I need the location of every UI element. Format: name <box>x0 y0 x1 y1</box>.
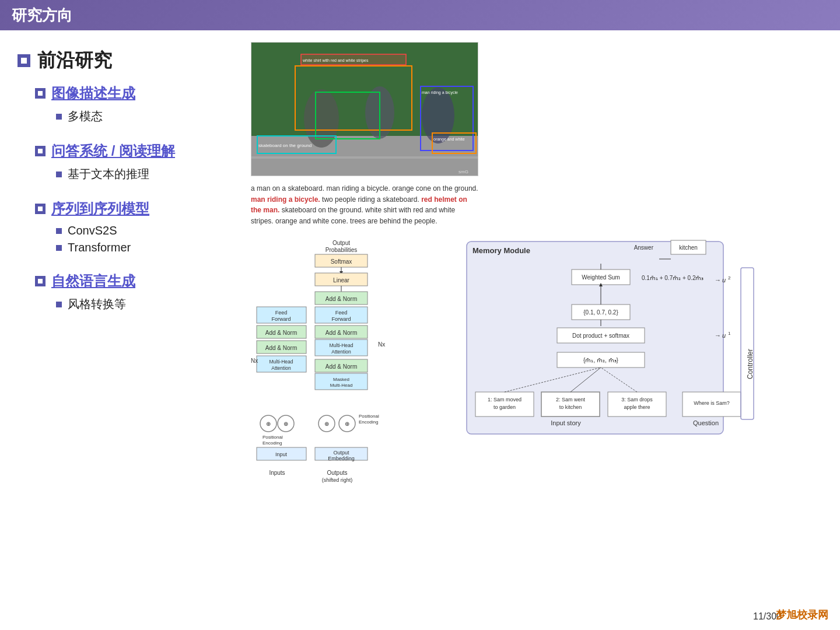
section-2-title: 问答系统 / 阅读理解 <box>51 142 175 160</box>
memory-svg: Memory Module kitchen Answer → u 2 Weigh… <box>455 236 782 481</box>
section-4-subitem-1: 风格转换等 <box>56 296 239 312</box>
svg-text:⊕: ⊕ <box>284 421 288 427</box>
svg-text:Inputs: Inputs <box>269 470 285 476</box>
svg-text:white shirt with red and white: white shirt with red and white stripes <box>302 58 369 63</box>
section-3-subitem-1: ConvS2S <box>56 224 239 237</box>
svg-point-5 <box>422 88 454 144</box>
memory-module-label: Memory Module <box>473 246 530 255</box>
svg-text:Forward: Forward <box>331 316 351 322</box>
section-3-subitem-2: Transformer <box>56 241 239 254</box>
svg-text:→: → <box>715 332 721 339</box>
section-image-caption: 图像描述生成 多模态 <box>35 84 239 124</box>
section-1-checkbox <box>35 88 46 99</box>
section-4-title: 自然语言生成 <box>51 272 135 290</box>
svg-text:Add & Norm: Add & Norm <box>326 296 357 302</box>
svg-text:{m̄₁, m̄₂, m̄₃}: {m̄₁, m̄₂, m̄₃} <box>583 357 618 363</box>
section-nlg: 自然语言生成 风格转换等 <box>35 272 239 312</box>
section-2-header: 问答系统 / 阅读理解 <box>35 142 239 160</box>
svg-text:smG: smG <box>459 169 468 174</box>
svg-text:Multi-Head: Multi-Head <box>329 342 353 348</box>
svg-text:2: Sam went: 2: Sam went <box>556 397 586 402</box>
svg-text:Linear: Linear <box>333 277 349 284</box>
svg-text:Attention: Attention <box>331 349 351 355</box>
svg-text:to garden: to garden <box>494 404 516 410</box>
section-2-checkbox <box>35 146 46 156</box>
section-4-checkbox <box>35 276 46 286</box>
svg-text:Input story: Input story <box>551 419 581 426</box>
svg-text:orange and white: orange and white <box>433 137 465 142</box>
bullet-icon <box>56 302 62 307</box>
svg-text:Output: Output <box>332 240 350 246</box>
svg-text:Softmax: Softmax <box>331 258 352 265</box>
svg-text:kitchen: kitchen <box>679 244 698 251</box>
main-title: 前沿研究 <box>37 48 112 74</box>
svg-text:3: Sam drops: 3: Sam drops <box>621 397 653 402</box>
svg-text:apple there: apple there <box>624 404 650 410</box>
svg-text:{0.1, 0.7, 0.2}: {0.1, 0.7, 0.2} <box>583 309 618 316</box>
svg-text:Attention: Attention <box>271 365 291 371</box>
header: 研究方向 <box>0 0 840 30</box>
svg-text:2: 2 <box>728 275 731 281</box>
image-caption: a man on a skateboard. man riding a bicy… <box>251 183 478 226</box>
svg-text:Controller: Controller <box>746 349 754 379</box>
right-column: white shirt with red and white stripes m… <box>251 42 822 618</box>
svg-text:Answer: Answer <box>634 244 654 251</box>
svg-text:Output: Output <box>333 450 349 456</box>
svg-text:Question: Question <box>693 419 719 426</box>
bullet-icon <box>56 228 62 234</box>
svg-text:Feed: Feed <box>275 310 288 316</box>
section-qa: 问答系统 / 阅读理解 基于文本的推理 <box>35 142 239 182</box>
section-3-checkbox <box>35 204 46 214</box>
svg-text:Add & Norm: Add & Norm <box>265 330 297 336</box>
top-section: white shirt with red and white stripes m… <box>251 42 822 226</box>
svg-text:Nx: Nx <box>378 341 385 348</box>
watermark: 梦旭校录网 <box>776 608 828 622</box>
main-content: 前沿研究 图像描述生成 多模态 问答系统 / 阅读理解 <box>0 30 840 630</box>
svg-text:to kitchen: to kitchen <box>559 404 582 410</box>
svg-text:Positional: Positional <box>262 435 283 440</box>
svg-text:⊕: ⊕ <box>324 421 329 427</box>
caption-paragraph: a man on a skateboard. man riding a bicy… <box>251 183 478 226</box>
section-1-subitem-1: 多模态 <box>56 108 239 124</box>
main-checkbox-icon <box>18 54 30 67</box>
svg-text:Dot product + softmax: Dot product + softmax <box>572 332 629 339</box>
section-3-header: 序列到序列模型 <box>35 200 239 218</box>
svg-text:Embedding: Embedding <box>328 456 355 461</box>
svg-text:Multi-Head: Multi-Head <box>330 383 353 388</box>
main-section-header: 前沿研究 <box>18 48 239 74</box>
svg-rect-107 <box>741 268 754 419</box>
svg-text:Feed: Feed <box>335 310 348 316</box>
svg-text:⊕: ⊕ <box>345 421 349 427</box>
svg-text:Where is Sam?: Where is Sam? <box>694 400 730 406</box>
section-1-title: 图像描述生成 <box>51 84 135 103</box>
svg-text:u: u <box>722 276 726 284</box>
svg-text:0.1m̄₁ + 0.7m̄₂ + 0.2m̄₃: 0.1m̄₁ + 0.7m̄₂ + 0.2m̄₃ <box>642 275 704 281</box>
svg-text:⊕: ⊕ <box>266 421 271 427</box>
memory-diagram-block: Memory Module kitchen Answer → u 2 Weigh… <box>455 236 782 483</box>
subitem-text: 风格转换等 <box>68 296 126 312</box>
svg-text:(shifted right): (shifted right) <box>322 477 353 483</box>
svg-rect-2 <box>251 156 478 159</box>
svg-text:Masked: Masked <box>333 377 349 382</box>
svg-text:Add & Norm: Add & Norm <box>326 363 357 370</box>
svg-text:Input: Input <box>275 452 288 457</box>
svg-text:Nx: Nx <box>251 358 258 364</box>
page-title: 研究方向 <box>12 5 72 26</box>
svg-text:1: 1 <box>728 331 731 336</box>
subitem-text: 多模态 <box>68 108 103 124</box>
svg-text:Encoding: Encoding <box>359 419 378 425</box>
annotated-image-block: white shirt with red and white stripes m… <box>251 42 478 226</box>
skateboard-image-svg: white shirt with red and white stripes m… <box>251 42 478 176</box>
svg-text:Add & Norm: Add & Norm <box>326 330 357 336</box>
diagrams-row: Output Probabilities Softmax Linear Add … <box>251 236 822 489</box>
svg-text:Add & Norm: Add & Norm <box>265 345 297 351</box>
svg-text:skateboard on the ground: skateboard on the ground <box>258 143 312 148</box>
transformer-svg: Output Probabilities Softmax Linear Add … <box>251 236 443 487</box>
section-4-header: 自然语言生成 <box>35 272 239 290</box>
bullet-icon <box>56 245 62 251</box>
subitem-text: 基于文本的推理 <box>68 166 149 182</box>
subitem-text: ConvS2S <box>68 224 117 237</box>
svg-text:→: → <box>715 276 721 284</box>
svg-text:Multi-Head: Multi-Head <box>269 359 293 365</box>
svg-text:Encoding: Encoding <box>262 440 282 446</box>
